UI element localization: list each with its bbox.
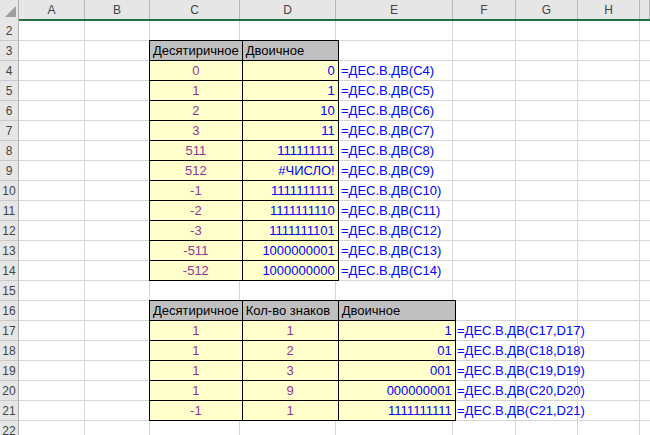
column-header-partial[interactable] <box>640 0 650 19</box>
cell-digit-count[interactable]: 1 <box>242 321 338 341</box>
row-header-22[interactable]: 22 <box>0 421 19 435</box>
excel-worksheet: A B C D E F G H 2 3 4 5 6 7 8 9 10 11 12… <box>0 0 650 435</box>
formula-cell[interactable]: =ДЕС.В.ДВ(C8) <box>341 141 441 161</box>
select-all-button[interactable] <box>0 0 19 21</box>
cell-error-value[interactable]: #ЧИСЛО! <box>242 161 338 181</box>
formula-cell[interactable]: =ДЕС.В.ДВ(C19,D19) <box>457 361 585 381</box>
row-header-6[interactable]: 6 <box>0 101 19 121</box>
cell-binary[interactable]: 1000000000 <box>242 261 338 281</box>
cell-decimal[interactable]: 1 <box>150 361 243 381</box>
cell-decimal[interactable]: 0 <box>150 61 243 81</box>
row-header-2[interactable]: 2 <box>0 21 19 41</box>
cell-binary[interactable]: 10 <box>242 101 338 121</box>
formula-cell[interactable]: =ДЕС.В.ДВ(C11) <box>341 201 441 221</box>
cell-binary[interactable]: 1 <box>338 321 455 341</box>
cell-decimal[interactable]: -2 <box>150 201 243 221</box>
cell-decimal[interactable]: 1 <box>150 341 243 361</box>
formula-cell[interactable]: =ДЕС.В.ДВ(C12) <box>341 221 441 241</box>
formula-cell[interactable]: =ДЕС.В.ДВ(C14) <box>341 261 441 281</box>
cell-decimal[interactable]: -3 <box>150 221 243 241</box>
cell-binary[interactable]: 1000000001 <box>242 241 338 261</box>
cell-binary[interactable]: 1111111110 <box>242 201 338 221</box>
gridline <box>639 21 640 435</box>
table-row: 1 1 <box>150 81 339 101</box>
cell-decimal[interactable]: 1 <box>150 81 243 101</box>
row-header-16[interactable]: 16 <box>0 301 19 321</box>
cell-decimal[interactable]: 3 <box>150 121 243 141</box>
cell-binary[interactable]: 111111111 <box>242 141 338 161</box>
table-row: 1 9 000000001 <box>150 381 456 401</box>
row-header-11[interactable]: 11 <box>0 201 19 221</box>
cell-decimal[interactable]: 1 <box>150 381 243 401</box>
row-header-8[interactable]: 8 <box>0 141 19 161</box>
formula-cell[interactable]: =ДЕС.В.ДВ(C13) <box>341 241 441 261</box>
column-header-g[interactable]: G <box>516 0 578 19</box>
header-accent-line <box>19 19 650 21</box>
table-row: 511 111111111 <box>150 141 339 161</box>
column-header-e[interactable]: E <box>336 0 453 19</box>
cell-decimal[interactable]: 512 <box>150 161 243 181</box>
formula-cell[interactable]: =ДЕС.В.ДВ(C5) <box>341 81 441 101</box>
column-header-a[interactable]: A <box>19 0 85 19</box>
cell-digit-count[interactable]: 9 <box>242 381 338 401</box>
row-header-7[interactable]: 7 <box>0 121 19 141</box>
table-row: 1 3 001 <box>150 361 456 381</box>
row-header-10[interactable]: 10 <box>0 181 19 201</box>
cell-binary[interactable]: 0 <box>242 61 338 81</box>
formula-cell[interactable]: =ДЕС.В.ДВ(C4) <box>341 61 441 81</box>
row-headers: 2 3 4 5 6 7 8 9 10 11 12 13 14 15 16 17 … <box>0 21 19 435</box>
row-header-4[interactable]: 4 <box>0 61 19 81</box>
row-header-17[interactable]: 17 <box>0 321 19 341</box>
header-binary[interactable]: Двоичное <box>242 41 338 61</box>
formula-cell[interactable]: =ДЕС.В.ДВ(C7) <box>341 121 441 141</box>
row-header-12[interactable]: 12 <box>0 221 19 241</box>
cell-digit-count[interactable]: 3 <box>242 361 338 381</box>
table-row: -512 1000000000 <box>150 261 339 281</box>
row-header-15[interactable]: 15 <box>0 281 19 301</box>
row-header-13[interactable]: 13 <box>0 241 19 261</box>
cell-binary[interactable]: 1111111111 <box>338 401 455 421</box>
column-header-d[interactable]: D <box>240 0 336 19</box>
formula-cell[interactable]: =ДЕС.В.ДВ(C17,D17) <box>457 321 585 341</box>
row-header-21[interactable]: 21 <box>0 401 19 421</box>
cell-decimal[interactable]: -511 <box>150 241 243 261</box>
row-header-20[interactable]: 20 <box>0 381 19 401</box>
header-decimal[interactable]: Десятиричное <box>150 301 243 321</box>
table-row: 512 #ЧИСЛО! <box>150 161 339 181</box>
cell-binary[interactable]: 001 <box>338 361 455 381</box>
header-decimal[interactable]: Десятиричное <box>150 41 243 61</box>
cell-digit-count[interactable]: 1 <box>242 401 338 421</box>
row-header-5[interactable]: 5 <box>0 81 19 101</box>
formula-cell[interactable]: =ДЕС.В.ДВ(C20,D20) <box>457 381 585 401</box>
cell-decimal[interactable]: -1 <box>150 401 243 421</box>
cell-binary[interactable]: 1111111111 <box>242 181 338 201</box>
table-row: -1 1111111111 <box>150 181 339 201</box>
cell-decimal[interactable]: -1 <box>150 181 243 201</box>
cell-decimal[interactable]: 1 <box>150 321 243 341</box>
row-header-19[interactable]: 19 <box>0 361 19 381</box>
cell-binary[interactable]: 1 <box>242 81 338 101</box>
cell-decimal[interactable]: 511 <box>150 141 243 161</box>
row-header-3[interactable]: 3 <box>0 41 19 61</box>
cell-decimal[interactable]: 2 <box>150 101 243 121</box>
row-header-18[interactable]: 18 <box>0 341 19 361</box>
cell-binary[interactable]: 000000001 <box>338 381 455 401</box>
column-header-f[interactable]: F <box>453 0 516 19</box>
header-digit-count[interactable]: Кол-во знаков <box>242 301 338 321</box>
column-header-h[interactable]: H <box>578 0 640 19</box>
formula-cell[interactable]: =ДЕС.В.ДВ(C9) <box>341 161 441 181</box>
formula-cell[interactable]: =ДЕС.В.ДВ(C21,D21) <box>457 401 585 421</box>
cell-digit-count[interactable]: 2 <box>242 341 338 361</box>
column-header-b[interactable]: B <box>85 0 150 19</box>
row-header-14[interactable]: 14 <box>0 261 19 281</box>
cell-binary[interactable]: 01 <box>338 341 455 361</box>
cell-binary[interactable]: 1111111101 <box>242 221 338 241</box>
header-binary[interactable]: Двоичное <box>338 301 455 321</box>
column-header-c[interactable]: C <box>150 0 240 19</box>
formula-cell[interactable]: =ДЕС.В.ДВ(C10) <box>341 181 441 201</box>
formula-cell[interactable]: =ДЕС.В.ДВ(C18,D18) <box>457 341 585 361</box>
cell-decimal[interactable]: -512 <box>150 261 243 281</box>
cell-binary[interactable]: 11 <box>242 121 338 141</box>
formula-cell[interactable]: =ДЕС.В.ДВ(C6) <box>341 101 441 121</box>
row-header-9[interactable]: 9 <box>0 161 19 181</box>
